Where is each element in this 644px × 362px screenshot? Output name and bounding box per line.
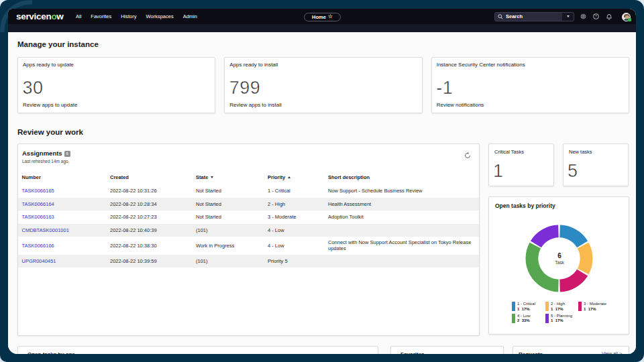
svg-text:?: ?: [595, 14, 597, 18]
